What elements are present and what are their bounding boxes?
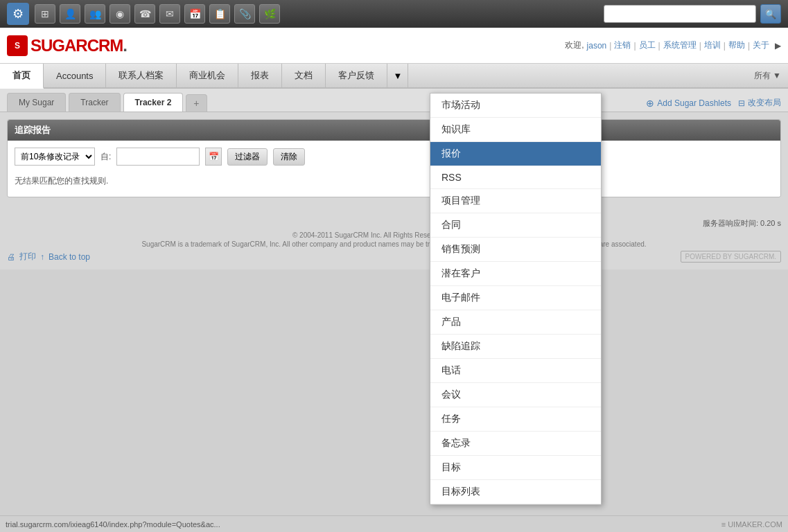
about-link[interactable]: 关于 [753,39,769,51]
search-area: 🔍 [604,4,781,24]
reports-icon[interactable]: 📋 [209,4,230,24]
up-arrow-icon: ↑ [40,252,44,262]
response-time-text: 服务器响应时间: 0.20 s [703,219,781,227]
nav-reports[interactable]: 报表 [238,64,282,87]
expand-icon[interactable]: ▶ [775,41,781,51]
dropdown-item-rss[interactable]: RSS [430,166,601,189]
tab-add-button[interactable]: + [186,94,207,112]
dropdown-item-dianhua[interactable]: 电话 [430,359,601,383]
nav-home[interactable]: 首页 [0,64,44,89]
filter-button[interactable]: 过滤器 [227,148,268,166]
accounts-icon[interactable]: ⊞ [35,4,55,24]
email-icon[interactable]: ✉ [159,4,180,24]
brand-name: SUGARCRM. [30,36,127,55]
brand-logo: S SUGARCRM. [7,35,127,56]
dashlet-controls: ⊕ Add Sugar Dashlets ⊟ 改变布局 [646,97,781,112]
add-dashlets-button[interactable]: ⊕ Add Sugar Dashlets [646,98,731,109]
nav-bar: 首页 Accounts 联系人档案 商业机会 报表 文档 客户反馈 ▼ 所有 ▼ [0,64,788,89]
top-bar: ⚙ ⊞ 👤 👥 ◉ ☎ ✉ 📅 📋 📎 🌿 🔍 [0,0,788,28]
dashlet-controls-row: 前10条修改记录 自: 📅 过滤器 清除 [15,148,773,166]
dropdown-menu: 市场活动 知识库 报价 RSS 项目管理 合同 销售预测 潜在客户 电子邮件 产… [430,93,602,505]
records-select[interactable]: 前10条修改记录 [15,148,95,166]
footer-copyright: © 2004-2011 SugarCRM Inc. All Rights Res… [7,231,781,248]
print-back-area: 🖨 打印 ↑ Back to top [7,251,90,263]
dropdown-item-chanpin[interactable]: 产品 [430,310,601,335]
dropdown-item-mubiao[interactable]: 目标 [430,456,601,480]
layout-icon: ⊟ [738,98,745,108]
phone-icon[interactable]: ☎ [134,4,155,24]
user-info: 欢迎, jason | 注销 | 员工 | 系统管理 | 培训 | 帮助 | 关… [565,39,781,51]
back-to-top-link[interactable]: Back to top [49,252,90,262]
clear-button[interactable]: 清除 [273,148,305,166]
status-url: trial.sugarcrm.com/ixieag6140/index.php?… [6,520,220,529]
contacts-icon[interactable]: 👤 [60,4,80,24]
dashlet-body: 前10条修改记录 自: 📅 过滤器 清除 无结果匹配您的查找规则. [8,141,780,197]
tabs-area: My Sugar Tracker Tracker 2 + ⊕ Add Sugar… [0,89,788,112]
powered-by: POWERED BY SUGARCRM. [681,251,782,263]
groups-icon[interactable]: 👥 [85,4,105,24]
footer-links: 服务器响应时间: 0.20 s [7,218,781,229]
date-input[interactable] [116,148,200,166]
dropdown-item-renwu[interactable]: 任务 [430,407,601,432]
staff-link[interactable]: 员工 [639,39,656,51]
dropdown-item-huiyi[interactable]: 会议 [430,383,601,407]
brand-bar: S SUGARCRM. 欢迎, jason | 注销 | 员工 | 系统管理 |… [0,28,788,64]
top-icons: ⊞ 👤 👥 ◉ ☎ ✉ 📅 📋 📎 🌿 [35,4,280,24]
uimaker-label: ≡ UIMAKER.COM [721,520,782,529]
dropdown-item-baojia[interactable]: 报价 [430,142,601,166]
dropdown-item-mubiaoliebiao[interactable]: 目标列表 [430,480,601,504]
app-logo-icon[interactable]: ⚙ [7,3,29,25]
search-button[interactable]: 🔍 [760,4,781,24]
username-link[interactable]: jason [587,41,607,51]
nav-contacts[interactable]: 联系人档案 [106,64,177,87]
dropdown-item-qianzaikehu[interactable]: 潜在客户 [430,262,601,286]
welcome-text: 欢迎, [565,39,584,51]
print-icon: 🖨 [7,252,15,262]
admin-link[interactable]: 系统管理 [663,39,697,51]
search-input[interactable] [604,5,756,23]
change-layout-button[interactable]: ⊟ 改变布局 [738,97,781,109]
misc-icon[interactable]: 🌿 [259,4,280,24]
dashlet-tracker: 追踪报告 前10条修改记录 自: 📅 过滤器 清除 无结果匹配您的查找规则. [7,119,781,197]
dropdown-item-beiwanglu[interactable]: 备忘录 [430,432,601,456]
add-dashlets-label: Add Sugar Dashlets [657,98,731,108]
plus-circle-icon: ⊕ [646,98,654,109]
nav-opportunities[interactable]: 商业机会 [177,64,238,87]
no-results-message: 无结果匹配您的查找规则. [15,172,773,190]
logout-link[interactable]: 注销 [614,39,631,51]
brand-icon: S [7,35,28,56]
dashlet-header: 追踪报告 [8,120,780,141]
nav-feedback[interactable]: 客户反馈 [326,64,387,87]
nav-more-button[interactable]: ▼ [387,64,408,87]
dropdown-item-shichanghuodong[interactable]: 市场活动 [430,94,601,118]
status-bar: trial.sugarcrm.com/ixieag6140/index.php?… [0,515,788,532]
help-link[interactable]: 帮助 [728,39,745,51]
calendar-icon[interactable]: 📅 [184,4,205,24]
nav-all[interactable]: 所有 ▼ [747,64,788,87]
date-label: 自: [100,151,111,163]
dropdown-item-xiangmuguanli[interactable]: 项目管理 [430,189,601,213]
main-content: 追踪报告 前10条修改记录 自: 📅 过滤器 清除 无结果匹配您的查找规则. [0,112,788,211]
attach-icon[interactable]: 📎 [234,4,255,24]
footer: 服务器响应时间: 0.20 s © 2004-2011 SugarCRM Inc… [0,211,788,269]
tab-my-sugar[interactable]: My Sugar [7,93,66,112]
dropdown-item-quexianzhuizong[interactable]: 缺陷追踪 [430,335,601,359]
dropdown-item-dianziyoujian[interactable]: 电子邮件 [430,286,601,310]
print-link[interactable]: 打印 [19,251,36,263]
dashlet-title: 追踪报告 [15,124,51,136]
nav-documents[interactable]: 文档 [282,64,326,87]
calendar-picker-button[interactable]: 📅 [205,148,222,166]
dropdown-item-hetong[interactable]: 合同 [430,213,601,238]
tab-tracker[interactable]: Tracker [69,93,120,112]
change-layout-label: 改变布局 [748,97,781,109]
dropdown-item-xiaoshouyuce[interactable]: 销售预测 [430,238,601,262]
training-link[interactable]: 培训 [704,39,721,51]
dropdown-item-zhishiku[interactable]: 知识库 [430,118,601,142]
tab-tracker2[interactable]: Tracker 2 [123,93,184,112]
radio-icon[interactable]: ◉ [110,4,130,24]
nav-accounts[interactable]: Accounts [44,64,106,87]
